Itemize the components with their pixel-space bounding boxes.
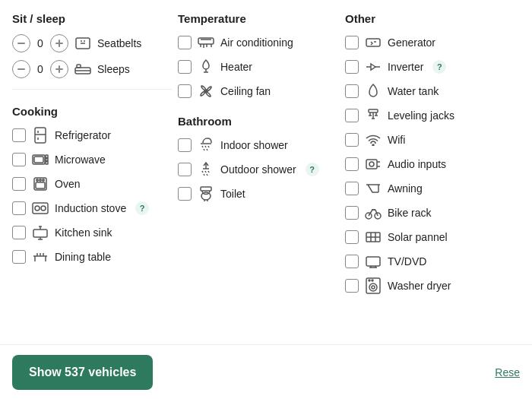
generator-checkbox[interactable] — [345, 36, 359, 49]
solar-pannel-checkbox[interactable] — [345, 230, 359, 244]
list-item: Microwave — [12, 151, 172, 168]
kitchen-sink-checkbox[interactable] — [12, 226, 26, 239]
heater-icon — [198, 59, 214, 75]
svg-rect-5 — [55, 68, 63, 70]
refrigerator-checkbox[interactable] — [12, 128, 26, 142]
svg-rect-3 — [17, 68, 25, 70]
svg-rect-22 — [33, 230, 47, 237]
ceiling-fan-checkbox[interactable] — [178, 84, 192, 98]
heater-checkbox[interactable] — [178, 60, 192, 74]
svg-point-12 — [46, 157, 48, 159]
svg-rect-2 — [55, 43, 63, 44]
refrigerator-icon — [32, 127, 49, 144]
svg-rect-32 — [369, 109, 378, 112]
awning-label: Awning — [388, 182, 423, 195]
list-item: Toilet — [178, 185, 339, 202]
inverter-checkbox[interactable] — [345, 60, 359, 74]
list-item: Generator — [345, 34, 520, 51]
list-item: Leveling jacks — [345, 107, 520, 124]
bathroom-title: Bathroom — [178, 115, 339, 128]
tv-dvd-checkbox[interactable] — [345, 255, 359, 268]
wifi-icon — [365, 131, 382, 148]
sit-sleep-section: Sit / sleep 0 Seatbelts — [12, 12, 172, 78]
dining-table-label: Dining table — [55, 251, 111, 263]
induction-stove-checkbox[interactable] — [12, 201, 26, 215]
sleeps-decrease-button[interactable] — [12, 60, 30, 78]
temperature-title: Temperature — [178, 12, 339, 25]
svg-point-13 — [46, 160, 48, 162]
awning-icon — [365, 180, 382, 197]
show-vehicles-button[interactable]: Show 537 vehicles — [12, 355, 153, 390]
svg-point-21 — [41, 206, 46, 211]
seatbelts-icon — [74, 35, 91, 52]
other-title: Other — [345, 12, 520, 25]
dining-table-checkbox[interactable] — [12, 250, 26, 264]
awning-checkbox[interactable] — [345, 182, 359, 195]
svg-rect-15 — [36, 182, 45, 188]
list-item: Inverter ? — [345, 59, 520, 75]
indoor-shower-icon — [198, 137, 214, 154]
kitchen-sink-label: Kitchen sink — [55, 226, 112, 239]
svg-rect-27 — [201, 187, 211, 191]
list-item: Solar pannel — [345, 229, 520, 245]
toilet-label: Toilet — [220, 188, 245, 200]
oven-checkbox[interactable] — [12, 177, 26, 191]
temperature-section: Temperature Air conditioning — [178, 12, 339, 100]
wifi-label: Wifi — [388, 134, 405, 146]
audio-inputs-checkbox[interactable] — [345, 157, 359, 171]
oven-label: Oven — [55, 178, 80, 190]
sit-sleep-title: Sit / sleep — [12, 12, 172, 25]
list-item: Kitchen sink — [12, 224, 172, 241]
inverter-help[interactable]: ? — [432, 60, 446, 74]
leveling-jacks-checkbox[interactable] — [345, 109, 359, 122]
sleeps-increase-button[interactable] — [50, 60, 68, 78]
tv-dvd-icon — [365, 253, 382, 270]
list-item: Bike rack — [345, 204, 520, 221]
inverter-label: Inverter — [388, 61, 423, 73]
svg-point-35 — [369, 162, 374, 166]
air-conditioning-icon — [198, 34, 214, 51]
toilet-checkbox[interactable] — [178, 187, 192, 201]
water-tank-checkbox[interactable] — [345, 84, 359, 98]
list-item: Refrigerator — [12, 127, 172, 144]
svg-point-33 — [372, 144, 374, 146]
svg-point-20 — [35, 206, 40, 211]
water-tank-label: Water tank — [388, 85, 439, 97]
indoor-shower-checkbox[interactable] — [178, 138, 192, 152]
seatbelts-value: 0 — [36, 37, 44, 49]
bike-rack-checkbox[interactable] — [345, 206, 359, 220]
washer-dryer-label: Washer dryer — [388, 280, 451, 292]
microwave-icon — [32, 151, 49, 168]
sleeps-row: 0 Sleeps — [12, 60, 172, 78]
list-item: Dining table — [12, 249, 172, 265]
audio-inputs-icon — [365, 156, 382, 173]
air-conditioning-checkbox[interactable] — [178, 36, 192, 49]
sleeps-value: 0 — [36, 63, 44, 75]
tv-dvd-label: TV/DVD — [388, 255, 426, 268]
svg-rect-7 — [77, 65, 81, 68]
oven-icon — [32, 176, 49, 192]
dining-table-icon — [32, 249, 49, 265]
svg-rect-0 — [17, 43, 25, 44]
wifi-checkbox[interactable] — [345, 133, 359, 147]
water-tank-icon — [365, 83, 382, 100]
other-section: Other Generator — [345, 12, 520, 294]
outdoor-shower-help[interactable]: ? — [306, 163, 319, 176]
cooking-title: Cooking — [12, 105, 172, 118]
list-item: Washer dryer — [345, 277, 520, 294]
reset-button[interactable]: Rese — [495, 366, 520, 378]
washer-dryer-checkbox[interactable] — [345, 279, 359, 293]
outdoor-shower-icon — [198, 161, 214, 178]
svg-point-45 — [372, 286, 375, 289]
seatbelts-decrease-button[interactable] — [12, 34, 30, 52]
microwave-checkbox[interactable] — [12, 153, 26, 166]
seatbelts-increase-button[interactable] — [50, 34, 68, 52]
microwave-label: Microwave — [55, 154, 106, 166]
svg-rect-42 — [366, 257, 380, 266]
svg-rect-34 — [366, 160, 377, 169]
svg-point-17 — [40, 179, 41, 181]
induction-stove-help[interactable]: ? — [135, 201, 149, 215]
bike-rack-label: Bike rack — [388, 207, 432, 219]
leveling-jacks-label: Leveling jacks — [388, 109, 454, 122]
outdoor-shower-checkbox[interactable] — [178, 163, 192, 176]
